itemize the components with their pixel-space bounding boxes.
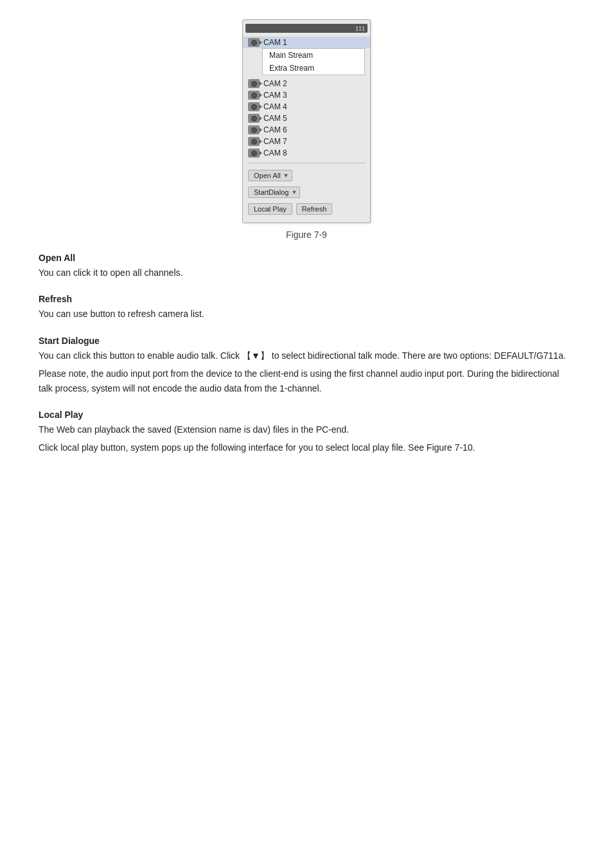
- cam-label-2: CAM 2: [263, 79, 287, 88]
- cam-label-4: CAM 4: [263, 102, 287, 111]
- cam-icon-6: [248, 125, 260, 134]
- section-open-all-title: Open All: [39, 253, 574, 263]
- cam-icon-7: [248, 137, 260, 146]
- section-refresh-text: You can use button to refresh camera lis…: [39, 307, 574, 321]
- cam-icon-1: [248, 38, 260, 47]
- cam-icon-5: [248, 114, 260, 123]
- section-start-dialogue-text-1: You can click this button to enable audi…: [39, 348, 574, 363]
- cam-item-4[interactable]: CAM 4: [243, 101, 370, 113]
- cam-icon-4: [248, 102, 260, 111]
- figure-container: CAM 1 Main Stream Extra Stream CAM 2 CAM…: [39, 19, 574, 240]
- section-local-play-text-1: The Web can playback the saved (Extensio…: [39, 422, 574, 437]
- panel-header-dots: [356, 26, 365, 31]
- cam-item-7[interactable]: CAM 7: [243, 136, 370, 147]
- cam-icon-8: [248, 149, 260, 158]
- cam-label-1: CAM 1: [263, 38, 287, 47]
- open-all-row: Open All ▼: [243, 167, 370, 184]
- panel-header: [245, 24, 368, 33]
- cam-label-8: CAM 8: [263, 149, 287, 158]
- section-refresh: Refresh You can use button to refresh ca…: [39, 294, 574, 321]
- cam-item-8[interactable]: CAM 8: [243, 147, 370, 159]
- cam-label-7: CAM 7: [263, 137, 287, 146]
- section-open-all-text: You can click it to open all channels.: [39, 266, 574, 280]
- open-all-label: Open All: [254, 172, 281, 179]
- cam-item-6[interactable]: CAM 6: [243, 124, 370, 136]
- cam-label-5: CAM 5: [263, 114, 287, 123]
- start-dialog-label: StartDialog: [254, 188, 289, 196]
- section-local-play-text-2: Click local play button, system pops up …: [39, 440, 574, 455]
- main-stream-item[interactable]: Main Stream: [263, 49, 364, 62]
- start-dialog-row: StartDialog ▼: [243, 184, 370, 201]
- cam-label-6: CAM 6: [263, 125, 287, 134]
- start-dialog-arrow-icon: ▼: [291, 189, 297, 195]
- section-start-dialogue-title: Start Dialogue: [39, 336, 574, 346]
- local-play-button[interactable]: Local Play: [248, 203, 292, 215]
- open-all-arrow-icon: ▼: [283, 172, 289, 179]
- start-dialog-button[interactable]: StartDialog ▼: [248, 186, 300, 198]
- section-local-play: Local Play The Web can playback the save…: [39, 410, 574, 455]
- local-play-row: Local Play Refresh: [243, 201, 370, 217]
- cam-icon-2: [248, 79, 260, 88]
- section-start-dialogue-text-2: Please note, the audio input port from t…: [39, 366, 574, 395]
- cam-item-3[interactable]: CAM 3: [243, 89, 370, 101]
- cam-item-5[interactable]: CAM 5: [243, 113, 370, 124]
- open-all-button[interactable]: Open All ▼: [248, 170, 292, 181]
- refresh-button[interactable]: Refresh: [296, 203, 333, 215]
- cam1-submenu: Main Stream Extra Stream: [262, 48, 365, 75]
- cam-item-2[interactable]: CAM 2: [243, 78, 370, 89]
- camera-panel: CAM 1 Main Stream Extra Stream CAM 2 CAM…: [242, 19, 371, 223]
- section-open-all: Open All You can click it to open all ch…: [39, 253, 574, 280]
- cam-item-1[interactable]: CAM 1: [243, 37, 370, 48]
- section-start-dialogue: Start Dialogue You can click this button…: [39, 336, 574, 395]
- section-refresh-title: Refresh: [39, 294, 574, 304]
- panel-divider-1: [247, 163, 366, 163]
- section-local-play-title: Local Play: [39, 410, 574, 420]
- extra-stream-item[interactable]: Extra Stream: [263, 62, 364, 75]
- cam-label-3: CAM 3: [263, 91, 287, 100]
- cam-icon-3: [248, 91, 260, 100]
- figure-caption: Figure 7-9: [286, 230, 327, 240]
